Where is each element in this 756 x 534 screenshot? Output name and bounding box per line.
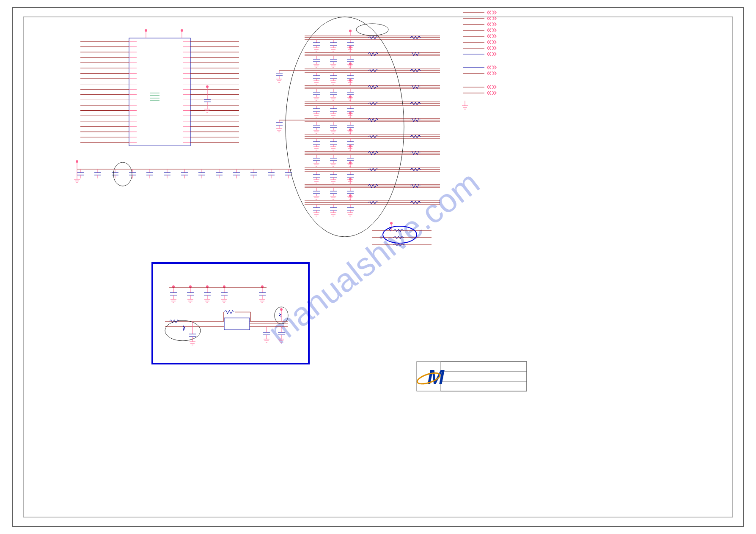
ic-block bbox=[80, 29, 239, 146]
svg-point-166 bbox=[349, 30, 352, 32]
rc-ladder bbox=[276, 30, 440, 216]
svg-point-319 bbox=[349, 178, 352, 181]
schematic-sheet: manualshive.com «»«»«»«»«»«»«»«»«»«»«»«» bbox=[0, 0, 756, 534]
svg-point-413 bbox=[280, 308, 283, 311]
svg-rect-415 bbox=[441, 361, 527, 391]
port-label: «» bbox=[487, 68, 497, 78]
svg-point-183 bbox=[349, 46, 352, 49]
svg-point-200 bbox=[349, 63, 352, 65]
svg-point-217 bbox=[349, 79, 352, 82]
svg-point-351 bbox=[390, 222, 393, 225]
svg-rect-0 bbox=[129, 38, 190, 146]
title-block: M bbox=[416, 361, 527, 391]
annot-circle-cap[interactable] bbox=[113, 162, 132, 186]
decouple-row bbox=[74, 160, 292, 183]
port-label: «» bbox=[487, 87, 497, 98]
annot-ellipse-sub-left[interactable] bbox=[165, 320, 201, 341]
svg-text:M: M bbox=[427, 366, 445, 388]
port-labels: «»«»«»«»«»«»«»«»«»«»«»«» bbox=[462, 7, 497, 109]
svg-point-268 bbox=[349, 129, 352, 131]
svg-point-96 bbox=[76, 160, 78, 163]
svg-point-86 bbox=[145, 29, 147, 32]
svg-point-302 bbox=[349, 162, 352, 164]
svg-point-285 bbox=[349, 145, 352, 148]
svg-point-90 bbox=[206, 85, 209, 88]
svg-rect-391 bbox=[224, 318, 250, 330]
logo: M bbox=[416, 366, 445, 388]
svg-point-88 bbox=[181, 29, 183, 32]
svg-point-336 bbox=[349, 194, 352, 197]
svg-point-251 bbox=[349, 112, 352, 115]
svg-point-234 bbox=[349, 96, 352, 98]
annot-ellipse-big[interactable] bbox=[286, 17, 404, 237]
port-label: «» bbox=[487, 48, 497, 59]
watermark: manualshive.com bbox=[261, 164, 486, 351]
